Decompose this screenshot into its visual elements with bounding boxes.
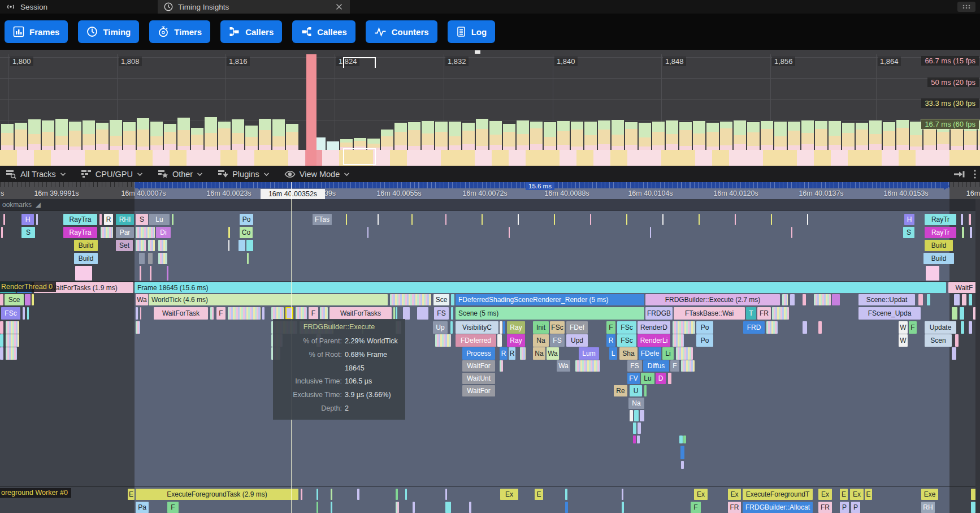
frame-bar[interactable] <box>856 123 868 150</box>
event-bar[interactable] <box>554 214 555 225</box>
event-bar-build[interactable]: Build <box>925 240 953 251</box>
event-bar-raytra[interactable]: RayTra <box>63 214 97 225</box>
event-bar-ex[interactable]: Ex <box>818 489 832 500</box>
bookmarks-track[interactable]: ookmarks ◢ <box>0 199 980 210</box>
frames-strip-cell[interactable] <box>916 150 933 166</box>
event-bar-lu[interactable]: Lu <box>641 373 654 384</box>
event-bar[interactable] <box>396 307 397 320</box>
frames-strip-cell[interactable] <box>51 150 68 166</box>
frames-strip-cell[interactable] <box>390 150 407 166</box>
event-bar[interactable] <box>140 266 141 281</box>
event-bar[interactable] <box>331 502 332 513</box>
event-bar[interactable] <box>565 489 567 500</box>
event-bar[interactable] <box>803 294 806 305</box>
close-icon[interactable] <box>334 2 344 12</box>
event-bar[interactable] <box>926 266 939 281</box>
event-bar[interactable] <box>970 227 972 238</box>
event-bar-s[interactable]: S <box>136 214 148 225</box>
event-bar[interactable] <box>503 321 505 334</box>
event-bar-rhi[interactable]: RHI <box>116 214 134 225</box>
event-bar-exe[interactable]: Exe <box>921 489 938 500</box>
event-bar-ex[interactable]: Ex <box>850 489 864 500</box>
event-bar[interactable] <box>622 489 623 500</box>
event-bar[interactable] <box>150 266 151 281</box>
event-bar[interactable] <box>0 321 3 334</box>
event-bar[interactable] <box>626 214 627 225</box>
event-bar[interactable] <box>638 423 641 434</box>
event-bar-sce[interactable]: Sce <box>5 294 24 305</box>
frames-strip-cell[interactable] <box>0 150 17 166</box>
event-bar-fsc[interactable]: FSc <box>550 321 565 334</box>
event-bar[interactable] <box>735 214 736 225</box>
frame-bar[interactable] <box>896 120 909 150</box>
event-bar[interactable] <box>954 294 960 305</box>
event-bar[interactable] <box>0 347 3 360</box>
frames-strip-cell[interactable] <box>119 150 136 166</box>
event-bar-u[interactable]: U <box>630 385 642 396</box>
event-bar[interactable] <box>396 489 398 500</box>
frame-bar[interactable] <box>734 120 746 150</box>
tab-bar-menu-button[interactable] <box>957 2 975 12</box>
event-bar-update[interactable]: Update <box>925 321 956 334</box>
frames-strip-cell[interactable] <box>424 150 441 166</box>
event-bar[interactable] <box>435 334 451 347</box>
event-bar[interactable] <box>378 214 379 225</box>
event-bar-po[interactable]: Po <box>696 334 713 347</box>
frames-strip-cell[interactable] <box>34 150 51 166</box>
frame-bar[interactable] <box>137 118 149 150</box>
event-bar[interactable] <box>575 360 600 372</box>
event-bar-p[interactable]: P <box>840 502 849 513</box>
event-bar[interactable] <box>6 347 17 360</box>
event-bar[interactable] <box>771 214 772 225</box>
event-bar[interactable] <box>961 214 963 225</box>
event-bar-build[interactable]: Build <box>74 253 98 264</box>
event-bar[interactable] <box>271 307 284 320</box>
frame-bar[interactable] <box>503 124 515 150</box>
event-bar[interactable] <box>791 227 792 238</box>
event-bar-f[interactable]: F <box>167 502 179 513</box>
event-bar-na[interactable]: Na <box>533 334 549 347</box>
frames-strip-cell[interactable] <box>865 150 882 166</box>
event-bar-waitfor[interactable]: WaitFor <box>462 385 495 396</box>
frame-bar[interactable] <box>272 119 285 150</box>
event-bar-r[interactable]: R <box>104 214 113 225</box>
event-bar[interactable] <box>445 489 447 500</box>
frame-bar[interactable] <box>408 122 420 150</box>
event-bar-e[interactable]: E <box>865 489 872 500</box>
event-bar[interactable] <box>158 253 167 264</box>
event-bar[interactable] <box>927 294 930 305</box>
event-bar-wa[interactable]: Wa <box>557 360 570 372</box>
event-bar-fsc[interactable]: FSc <box>617 334 636 347</box>
frames-strip-cell[interactable] <box>627 150 644 166</box>
event-bar-waitunt[interactable]: WaitUnt <box>462 373 495 384</box>
event-bar-e[interactable]: E <box>535 489 543 500</box>
event-bar-executeforegroundt[interactable]: ExecuteForegroundT <box>743 489 813 500</box>
event-bar[interactable] <box>832 294 840 305</box>
event-bar[interactable] <box>148 240 155 251</box>
event-bar-frdgb[interactable]: FRDGB <box>645 307 673 320</box>
toolbar-button-log[interactable]: Log <box>448 20 496 43</box>
event-bar-w[interactable]: W <box>899 321 908 334</box>
frames-strip-cell[interactable] <box>68 150 85 166</box>
event-bar[interactable] <box>450 321 453 334</box>
event-bar[interactable] <box>296 307 307 320</box>
event-bar-init[interactable]: Init <box>533 321 549 334</box>
event-bar[interactable] <box>633 436 636 443</box>
event-bar-wa[interactable]: Wa <box>136 294 148 305</box>
event-bar[interactable] <box>634 410 639 421</box>
event-bar-waitfortask[interactable]: WaitForTask <box>154 307 208 320</box>
frame-bar[interactable] <box>788 122 800 150</box>
event-bar[interactable] <box>390 294 431 305</box>
event-bar-ftaskbase-wai[interactable]: FTaskBase::Wai <box>674 307 745 320</box>
frames-strip-cell[interactable] <box>610 150 627 166</box>
event-bar-fv[interactable]: FV <box>627 373 640 384</box>
event-bar-fr[interactable]: FR <box>757 307 771 320</box>
event-bar[interactable] <box>148 253 153 264</box>
frame-bar[interactable] <box>652 122 665 150</box>
vertical-dots-icon[interactable] <box>973 169 977 179</box>
frames-strip-cell[interactable] <box>322 150 339 166</box>
event-bar[interactable] <box>971 502 975 513</box>
frame-bar[interactable] <box>28 119 41 150</box>
event-bar[interactable] <box>3 214 5 225</box>
frame-bar[interactable] <box>381 130 393 150</box>
